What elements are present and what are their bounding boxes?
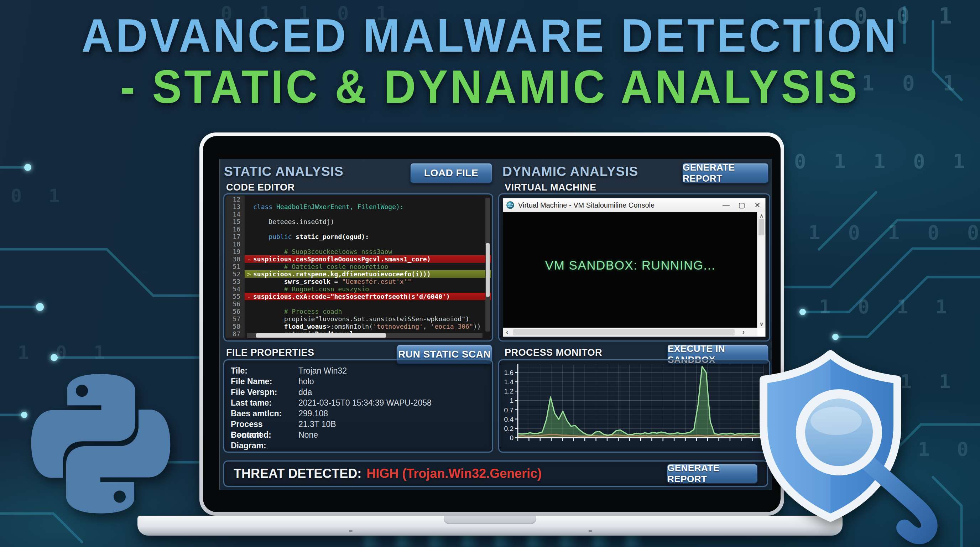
code-line: 14: [226, 210, 491, 218]
generate-report-button-top[interactable]: GENERATE REPORT: [682, 163, 769, 183]
vm-sandbox-status: VM SANDBOX: RUNNING...: [503, 258, 757, 272]
scrollbar-thumb[interactable]: [256, 333, 386, 338]
code-line: 55-suspicious.exA:code="hesSoseefrtoofse…: [226, 293, 491, 300]
vm-window-title: Virtual Machine - VM Sitaloumiline Conso…: [518, 201, 654, 209]
code-line: 18: [226, 240, 491, 248]
vm-console-window: Virtual Machine - VM Sitaloumiline Conso…: [503, 198, 765, 337]
svg-text:0.2: 0.2: [504, 425, 514, 433]
code-line: 30-suspicious.casSponofleOooussPgcvl.sma…: [226, 255, 491, 263]
vm-vertical-scrollbar[interactable]: ∧ ∨: [757, 212, 765, 328]
base-foot-dot: [349, 530, 353, 532]
file-properties-table: Tile:Trojan Win32File Name:holoFile Vers…: [231, 366, 488, 440]
magnifier-handle: [869, 464, 929, 536]
code-line: 19 # Suop3couckeeloows nsss3aow: [226, 248, 491, 255]
code-line: 56 # Process coadh: [226, 308, 491, 315]
thumbnail-canvas: { "title": { "line1": "ADVANCED MALWARE …: [0, 0, 980, 547]
binary-digits: 0 1: [11, 185, 68, 207]
code-line: 58 fload_woaus>:omsNnIoln('totnoveding',…: [226, 323, 491, 330]
file-properties-label: FILE PROPERTIES: [226, 347, 315, 358]
code-line: 52>suspicioos.ratspene.kg,dfienetuoievoc…: [226, 270, 491, 278]
dynamic-analysis-header: DYNAMIC ANALYSIS: [503, 164, 638, 179]
code-line: 54 # Rogoet.cosn euszysio: [226, 285, 491, 293]
property-row: Tile:Trojan Win32: [231, 366, 488, 376]
laptop-frame: STATIC ANALYSIS LOAD FILE DYNAMIC ANALYS…: [199, 132, 784, 516]
svg-text:1.4: 1.4: [504, 378, 514, 386]
svg-text:1.2: 1.2: [504, 388, 514, 395]
svg-text:0.7: 0.7: [504, 406, 514, 414]
code-lines: 1213class HeadbolEnJWxerEnent, FilenlWog…: [226, 196, 491, 338]
laptop-base-notch: [444, 516, 536, 524]
scrollbar-thumb[interactable]: [759, 219, 764, 235]
file-properties-panel: Tile:Trojan Win32File Name:holoFile Vers…: [223, 359, 493, 453]
property-row: File Verspn:dda: [231, 387, 488, 398]
python-logo: [17, 355, 185, 533]
maximize-button[interactable]: ▢: [734, 201, 749, 209]
svg-text:1: 1: [509, 397, 514, 404]
main-title-line1: ADVANCED MALWARE DETECTION: [0, 8, 980, 62]
property-row: Process Beouoted:21.3T 10B: [231, 419, 488, 429]
svg-text:0: 0: [509, 434, 514, 442]
property-row: Contant Diagram:None: [231, 429, 488, 440]
main-title-line2: - STATIC & DYNAMIC ANALYSIS: [0, 60, 980, 114]
code-editor[interactable]: 1213class HeadbolEnJWxerEnent, FilenlWog…: [226, 196, 491, 339]
scrollbar-thumb[interactable]: [513, 329, 735, 336]
scroll-up-arrow[interactable]: ∧: [760, 213, 764, 219]
process-monitor-panel: 00.20.40.711.21.41.6: [498, 359, 770, 453]
scroll-down-arrow[interactable]: ∨: [760, 321, 764, 327]
minimize-button[interactable]: —: [718, 201, 734, 209]
property-row: Last tame:2021-03-15T0 15:34:39 WAPU-205…: [231, 398, 488, 408]
malware-analysis-app: STATIC ANALYSIS LOAD FILE DYNAMIC ANALYS…: [220, 159, 772, 490]
shield-magnifier-icon: [746, 348, 980, 546]
scroll-left-arrow[interactable]: ‹: [506, 328, 508, 336]
property-row: File Name:holo: [231, 376, 488, 387]
lens-highlight: [810, 407, 862, 435]
binary-digits: 1 0 1 0 0 1: [808, 221, 980, 244]
static-analysis-header: STATIC ANALYSIS: [224, 164, 344, 179]
virtual-machine-panel: Virtual Machine - VM Sitaloumiline Conso…: [498, 193, 770, 342]
code-line: 15 Deteees.inseGtdj): [226, 218, 491, 226]
laptop-base: [137, 516, 843, 536]
svg-text:1.6: 1.6: [504, 369, 514, 377]
code-line: 16: [226, 226, 491, 233]
process-monitor-label: PROCESS MONITOR: [504, 347, 602, 358]
code-line: 53 swrs_srseolk = "Uemesfér.esut'x'": [226, 278, 491, 285]
binary-digits: 0 1 1 0 1: [794, 149, 972, 173]
threat-detected-label: THREAT DETECTED:: [234, 466, 361, 481]
binary-digits: 1 0 1 1: [819, 296, 955, 318]
vm-horizontal-scrollbar[interactable]: ‹ ›: [503, 328, 757, 337]
code-line: 57 propisie"luvovons.Sot.sunstostwiSSen-…: [226, 315, 491, 323]
code-editor-label: CODE EDITOR: [226, 182, 295, 193]
scroll-right-arrow[interactable]: ›: [743, 328, 745, 336]
code-editor-vertical-scrollbar[interactable]: [485, 198, 490, 332]
code-line: 13class HeadbolEnJWxerEnent, FilenlWoge)…: [226, 203, 491, 210]
load-file-button[interactable]: LOAD FILE: [410, 163, 493, 183]
code-line: 56: [226, 300, 491, 308]
code-line: 51 # Oatciesl cosle neooretioo: [226, 263, 491, 270]
virtual-machine-label: VIRTUAL MACHINE: [504, 182, 597, 193]
threat-level-value: HIGH (Trojan.Win32.Generic): [366, 466, 542, 481]
laptop-bezel: STATIC ANALYSIS LOAD FILE DYNAMIC ANALYS…: [203, 136, 781, 512]
base-foot-dot: [589, 530, 592, 532]
process-monitor-chart: 00.20.40.711.21.41.6: [501, 362, 766, 449]
code-editor-panel: 1213class HeadbolEnJWxerEnent, FilenlWog…: [223, 193, 493, 342]
scrollbar-thumb[interactable]: [486, 243, 490, 297]
svg-text:0.4: 0.4: [504, 416, 514, 423]
code-editor-horizontal-scrollbar[interactable]: [247, 333, 482, 338]
vm-window-titlebar: Virtual Machine - VM Sitaloumiline Conso…: [503, 198, 765, 212]
threat-status-bar: THREAT DETECTED: HIGH (Trojan.Win32.Gene…: [223, 461, 768, 487]
code-line: 12: [226, 196, 491, 203]
property-row: Baes amtlcn:299.108: [231, 408, 488, 419]
close-button[interactable]: ✕: [749, 201, 765, 209]
vm-globe-icon: [506, 201, 515, 209]
code-line: 17 public static_pornd(ogud):: [226, 233, 491, 240]
generate-report-button-bottom[interactable]: GENERATE REPORT: [667, 464, 758, 483]
vm-console-screen: VM SANDBOX: RUNNING...: [503, 212, 757, 328]
